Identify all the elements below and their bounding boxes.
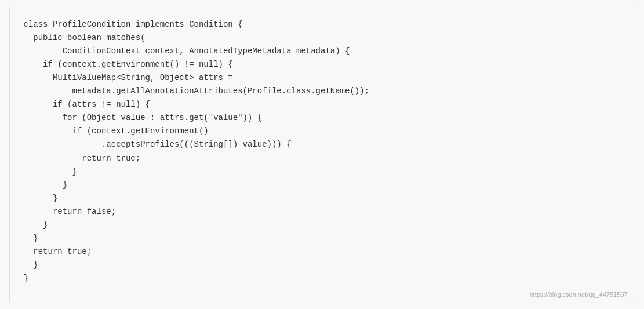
code-line-3: ConditionContext context, AnnotatedTypeM… <box>24 46 350 56</box>
code-line-17: } <box>24 234 38 243</box>
code-line-19: } <box>24 260 38 270</box>
code-line-9: if (context.getEnvironment() <box>24 126 209 136</box>
code-line-14: } <box>24 194 58 203</box>
code-line-1: class ProfileCondition implements Condit… <box>24 20 243 29</box>
code-line-4: if (context.getEnvironment() != null) { <box>24 60 233 69</box>
code-line-2: public boolean matches( <box>24 33 145 42</box>
code-line-11: return true; <box>24 154 141 163</box>
code-block: class ProfileCondition implements Condit… <box>24 18 621 286</box>
code-line-8: for (Object value : attrs.get("value")) … <box>24 113 263 122</box>
code-line-20: } <box>24 274 28 283</box>
code-line-16: } <box>24 220 48 230</box>
code-line-13: } <box>24 180 68 190</box>
code-line-7: if (attrs != null) { <box>24 100 150 109</box>
code-container: class ProfileCondition implements Condit… <box>9 6 635 304</box>
code-line-18: return true; <box>24 247 92 256</box>
code-line-6: metadata.getAllAnnotationAttributes(Prof… <box>24 86 370 96</box>
code-line-15: return false; <box>24 207 117 216</box>
watermark: https://blog.csdn.net/qq_44751507 <box>530 291 628 298</box>
code-line-5: MultiValueMap<String, Object> attrs = <box>24 73 233 82</box>
code-line-10: .acceptsProfiles(((String[]) value))) { <box>24 140 292 149</box>
code-line-12: } <box>24 167 77 176</box>
